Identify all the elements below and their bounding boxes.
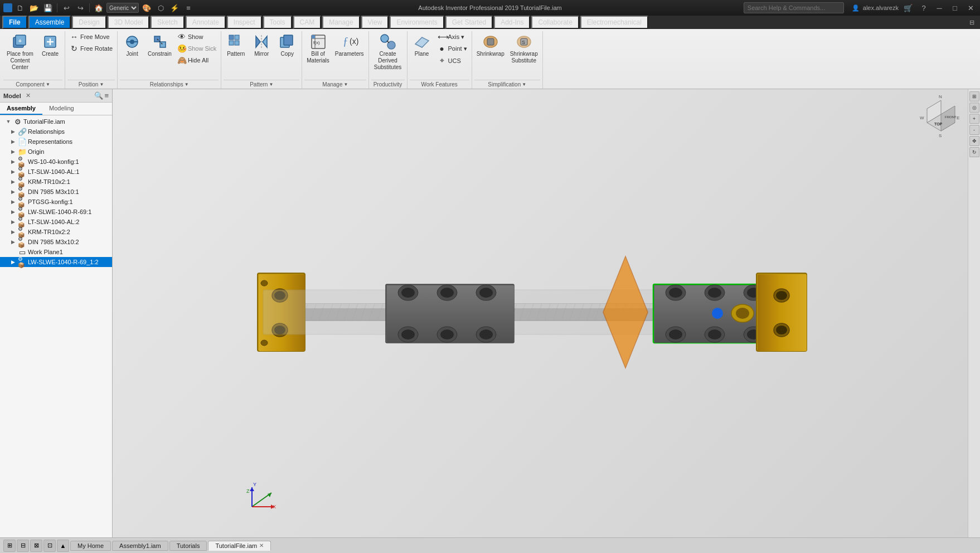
tab-tutorialfile[interactable]: TutorialFile.iam ✕ <box>208 541 271 551</box>
show-button[interactable]: 👁 Show <box>175 31 219 42</box>
svg-rect-12 <box>229 35 234 40</box>
assemble-menu[interactable]: Assemble <box>28 16 71 29</box>
home-button[interactable]: 🏠 <box>93 2 105 14</box>
open-button[interactable]: 📂 <box>28 2 40 14</box>
help-button[interactable]: ? <box>918 2 930 14</box>
getstarted-menu[interactable]: Get Started <box>445 16 493 29</box>
cam-menu[interactable]: CAM <box>293 16 322 29</box>
rotate-button[interactable]: ↻ <box>969 147 979 157</box>
search-panel-button[interactable]: 🔍 <box>94 91 103 100</box>
hide-all-button[interactable]: 🙈 Hide All <box>175 55 219 66</box>
file-menu[interactable]: File <box>2 16 27 29</box>
minimize-button[interactable]: ─ <box>933 2 945 14</box>
addins-menu[interactable]: Add-Ins <box>494 16 530 29</box>
settings-button[interactable]: ≡ <box>182 2 195 14</box>
inspect-menu[interactable]: Inspect <box>227 16 262 29</box>
material-button[interactable]: ⬡ <box>154 2 167 14</box>
lwslwe1-icon: ⚙📦 <box>18 207 27 216</box>
tree-item-representations[interactable]: ▶ 📄 Representations <box>0 137 112 147</box>
tree-item-root[interactable]: ▼ ⚙ TutorialFile.iam <box>0 117 112 127</box>
expand-button[interactable]: ▲ <box>57 540 69 552</box>
tree-item-workplane[interactable]: ▭ Work Plane1 <box>0 247 112 257</box>
tools-menu[interactable]: Tools <box>263 16 292 29</box>
tree-item-ltslw1[interactable]: ▶ ⚙📦 LT-SLW-1040-AL:1 <box>0 167 112 177</box>
tree-item-origin[interactable]: ▶ 📁 Origin <box>0 147 112 157</box>
axis-button[interactable]: ⟷ Axis ▾ <box>435 31 469 42</box>
panel-pin-button[interactable]: ✕ <box>26 92 31 99</box>
modeling-tab[interactable]: Modeling <box>42 103 81 115</box>
tree-item-relationships[interactable]: ▶ 🔗 Relationships <box>0 127 112 137</box>
design-menu[interactable]: Design <box>72 16 106 29</box>
panel-toggle-button[interactable]: ⊞ <box>3 540 16 552</box>
annotate-menu[interactable]: Annotate <box>186 16 226 29</box>
derived-icon <box>379 33 397 51</box>
shrinkwrap-button[interactable]: Shrinkwrap <box>474 31 507 59</box>
parameters-button[interactable]: ƒ (x) Parameters <box>333 31 366 59</box>
manage-menu[interactable]: Manage <box>322 16 360 29</box>
viewport[interactable]: X Y Z TOP FRONT S N W E <box>113 89 980 537</box>
tree-item-ltslw2[interactable]: ▶ ⚙📦 LT-SLW-1040-AL:2 <box>0 217 112 227</box>
tab-assembly1[interactable]: Assembly1.iam <box>112 541 168 551</box>
tree-item-din1[interactable]: ▶ ⚙📦 DIN 7985 M3x10:1 <box>0 187 112 197</box>
tree-item-ws1040[interactable]: ▶ ⚙📦 WS-10-40-konfig:1 <box>0 157 112 167</box>
split-button[interactable]: ⊠ <box>30 540 42 552</box>
cart-button[interactable]: 🛒 <box>902 2 914 14</box>
electromechanical-menu[interactable]: Electromechanical <box>580 16 648 29</box>
copy-button[interactable]: Copy <box>275 31 299 59</box>
expander-krmtr2: ▶ <box>9 228 17 236</box>
bom-button[interactable]: f(x) Bill ofMaterials <box>304 31 332 66</box>
constrain-button[interactable]: Constrain <box>145 31 174 59</box>
tree-item-krmtr1[interactable]: ▶ ⚙📦 KRM-TR10x2:1 <box>0 177 112 187</box>
view-cube[interactable]: TOP FRONT S N W E <box>919 95 963 139</box>
grid-button[interactable]: ⊟ <box>17 540 29 552</box>
tree-item-ptgsg[interactable]: ▶ ⚙📦 PTGSG-konfig:1 <box>0 197 112 207</box>
tree-item-lwslwe2[interactable]: ▶ ⚙📦 LW-SLWE-1040-R-69_1:2 <box>0 257 112 267</box>
ribbon-group-pattern: Pattern Mirror <box>221 31 302 89</box>
help-search-input[interactable] <box>744 2 844 13</box>
style-dropdown[interactable]: Generic <box>106 3 139 13</box>
point-button[interactable]: ● Point ▾ <box>435 43 469 54</box>
krmtr2-icon: ⚙📦 <box>18 227 27 236</box>
tab-close-button[interactable]: ✕ <box>259 542 264 549</box>
create-derived-button[interactable]: Create DerivedSubstitutes <box>371 31 405 72</box>
tab-myhome[interactable]: My Home <box>70 541 111 551</box>
show-sick-button[interactable]: 🤒 Show Sick <box>175 43 219 54</box>
save-button[interactable]: 💾 <box>42 2 54 14</box>
undo-button[interactable]: ↩ <box>60 2 72 14</box>
din2-icon: ⚙📦 <box>18 237 27 246</box>
ribbon-minimize[interactable]: ⊟ <box>966 16 978 28</box>
look-at-button[interactable]: ◎ <box>969 103 979 113</box>
transform-button[interactable]: ⚡ <box>168 2 181 14</box>
free-move-button[interactable]: ↔ Free Move <box>67 31 115 42</box>
pattern-button[interactable]: Pattern <box>224 31 248 59</box>
mirror-button[interactable]: Mirror <box>249 31 274 59</box>
assembly-tab[interactable]: Assembly <box>0 103 42 115</box>
create-button[interactable]: Create <box>38 31 62 59</box>
view-menu[interactable]: View <box>361 16 389 29</box>
tree-item-lwslwe1[interactable]: ▶ ⚙📦 LW-SLWE-1040-R-69:1 <box>0 207 112 217</box>
free-rotate-button[interactable]: ↻ Free Rotate <box>67 43 115 54</box>
tab-tutorials[interactable]: Tutorials <box>169 541 207 551</box>
place-from-content-center-button[interactable]: + Place fromContent Center <box>3 31 37 72</box>
new-button[interactable]: 🗋 <box>14 2 26 14</box>
zoom-fit-button[interactable]: ⊞ <box>969 91 979 101</box>
options-panel-button[interactable]: ≡ <box>104 91 109 100</box>
close-button[interactable]: ✕ <box>964 2 977 14</box>
sketch-menu[interactable]: Sketch <box>151 16 185 29</box>
shrinkwrap-substitute-button[interactable]: S ShrinkwrapSubstitute <box>508 31 540 66</box>
plane-button[interactable]: Plane <box>410 31 434 59</box>
restore-button[interactable]: □ <box>949 2 961 14</box>
tree-item-din2[interactable]: ▶ ⚙📦 DIN 7985 M3x10:2 <box>0 237 112 247</box>
zoom-out-button[interactable]: - <box>969 125 979 135</box>
tree-item-krmtr2[interactable]: ▶ ⚙📦 KRM-TR10x2:2 <box>0 227 112 237</box>
joint-button[interactable]: Joint <box>120 31 144 59</box>
layout-button[interactable]: ⊡ <box>43 540 56 552</box>
collaborate-menu[interactable]: Collaborate <box>531 16 579 29</box>
pan-button[interactable]: ✥ <box>969 136 979 146</box>
3dmodel-menu[interactable]: 3D Model <box>108 16 149 29</box>
appearance-button[interactable]: 🎨 <box>140 2 153 14</box>
environments-menu[interactable]: Environments <box>390 16 444 29</box>
redo-button[interactable]: ↪ <box>74 2 86 14</box>
ucs-button[interactable]: ⌖ UCS <box>435 55 469 66</box>
zoom-in-button[interactable]: + <box>969 114 979 124</box>
